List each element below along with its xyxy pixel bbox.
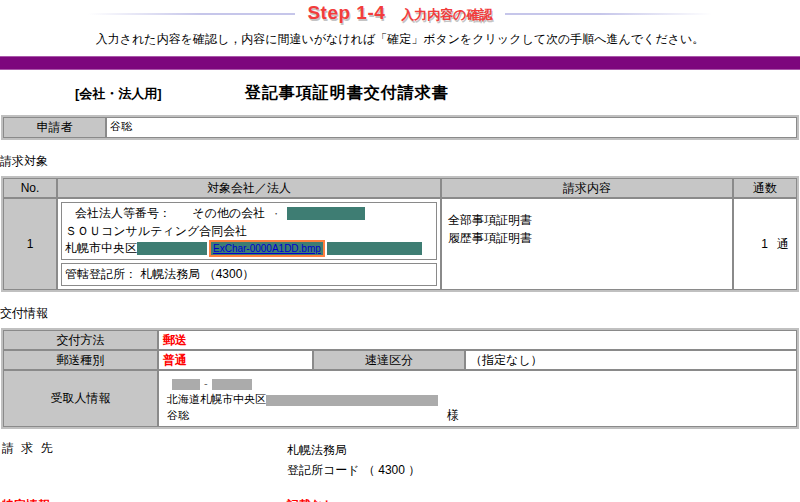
column-header-company: 対象会社／法人 (57, 178, 441, 198)
column-header-no: No. (3, 178, 57, 198)
recipient-content-cell: - 北海道札幌市中央区 谷聡 様 (158, 370, 797, 427)
recipient-label: 受取人情報 (3, 370, 158, 427)
redacted-block (212, 379, 252, 390)
separator-dot: ・ (272, 209, 281, 219)
redacted-block (172, 379, 200, 390)
row-number-cell: 1 (3, 198, 57, 290)
exchar-broken-image: ExChar-0000A1DD.bmp (209, 240, 325, 257)
company-info-cell: 会社法人等番号： その他の会社 ・ ＳＯＵコンサルティング合同会社 札幌市中央区… (57, 198, 441, 290)
specific-info-label: 特定情報 (0, 497, 287, 502)
recipient-postal-line: - (172, 375, 788, 391)
recipient-address-text: 北海道札幌市中央区 (167, 393, 266, 405)
registry-office-box: 管轄登記所： 札幌法務局 （4300） (61, 263, 437, 286)
request-content-cell: 全部事項証明書 履歴事項証明書 (441, 198, 733, 290)
column-header-request-content: 請求内容 (441, 178, 733, 198)
table-header-row: No. 対象会社／法人 請求内容 通数 (3, 178, 797, 198)
applicant-value-field: 谷聡 (106, 117, 797, 138)
redacted-block (266, 395, 438, 406)
request-item: 全部事項証明書 (448, 211, 728, 229)
instruction-text: 入力された内容を確認し，内容に間違いがなければ「確定」ボタンをクリックして次の手… (0, 31, 800, 48)
company-address-prefix: 札幌市中央区 (65, 241, 137, 255)
delivery-info-table: 交付方法 郵送 郵送種別 普通 速達区分 （指定なし） 受取人情報 - 北海道札… (1, 328, 799, 429)
document-title: 登記事項証明書交付請求書 (245, 83, 449, 104)
recipient-honorific: 様 (447, 407, 459, 423)
copies-cell: 1 通 (733, 198, 797, 290)
purple-divider-bar (0, 56, 800, 70)
applicant-label: 申請者 (3, 117, 106, 138)
delivery-method-row: 交付方法 郵送 (3, 330, 797, 350)
mail-type-label: 郵送種別 (3, 350, 158, 370)
mail-type-row: 郵送種別 普通 速達区分 （指定なし） (3, 350, 797, 370)
specific-info-value: 記載なし (287, 497, 336, 502)
recipient-address-line: 北海道札幌市中央区 (167, 391, 788, 407)
request-to-label: 請 求 先 (0, 440, 287, 457)
request-to-office-name: 札幌法務局 (287, 440, 420, 460)
recipient-row: 受取人情報 - 北海道札幌市中央区 谷聡 様 (3, 370, 797, 427)
company-type-text: その他の会社 (192, 206, 265, 220)
step-number-label: Step 1-4 (307, 2, 385, 23)
table-row: 1 会社法人等番号： その他の会社 ・ ＳＯＵコンサルティング合同会社 札幌市中… (3, 198, 797, 290)
delivery-method-value: 郵送 (163, 332, 187, 349)
company-name-text: ＳＯＵコンサルティング合同会社 (65, 223, 433, 240)
redacted-block (287, 207, 365, 220)
delivery-section-label: 交付情報 (0, 305, 800, 322)
recipient-name-line: 谷聡 様 (167, 407, 788, 423)
delivery-method-label: 交付方法 (3, 330, 158, 350)
column-header-copies: 通数 (733, 178, 797, 198)
copies-unit: 通 (777, 236, 789, 253)
company-detail-box: 会社法人等番号： その他の会社 ・ ＳＯＵコンサルティング合同会社 札幌市中央区… (61, 202, 437, 260)
footer-section: 請 求 先 札幌法務局 登記所コード （ 4300 ） 特定情報 記載なし (0, 440, 800, 502)
request-to-office-code: 登記所コード （ 4300 ） (287, 460, 420, 480)
express-type-value: （指定なし） (465, 350, 797, 370)
postal-separator: - (204, 377, 208, 389)
step-title: 入力内容の確認 (401, 7, 492, 22)
corp-number-label: 会社法人等番号： (75, 206, 171, 220)
exchar-image-link[interactable]: ExChar-0000A1DD.bmp (213, 240, 321, 257)
redacted-block (327, 242, 422, 255)
copies-value: 1 (761, 237, 768, 251)
document-category-label: [会社・法人用] (75, 85, 162, 103)
request-item: 履歴事項証明書 (448, 229, 728, 247)
request-target-section-label: 請求対象 (0, 153, 800, 170)
applicant-table: 申請者 谷聡 (1, 115, 799, 140)
recipient-name-text: 谷聡 (167, 407, 189, 423)
request-target-table: No. 対象会社／法人 請求内容 通数 1 会社法人等番号： その他の会社 ・ … (1, 176, 799, 292)
express-type-label: 速達区分 (313, 350, 465, 370)
step-header: Step 1-4入力内容の確認 (0, 0, 800, 24)
mail-type-value: 普通 (163, 352, 187, 369)
redacted-block (137, 242, 207, 255)
